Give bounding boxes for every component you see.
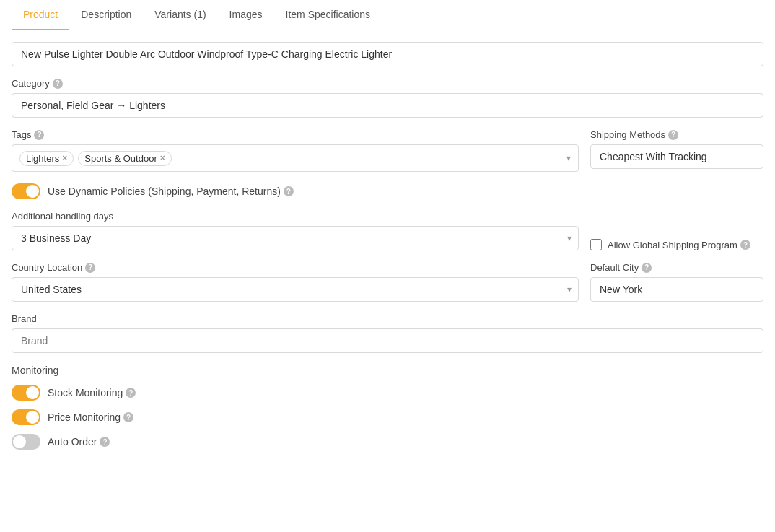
dynamic-policies-help-icon[interactable]: ?: [284, 186, 294, 196]
global-shipping-checkbox-row: Allow Global Shipping Program ?: [590, 236, 763, 250]
country-location-group: Country Location ? United States Canada …: [12, 262, 579, 302]
location-row: Country Location ? United States Canada …: [12, 262, 763, 313]
tag-lighters-remove[interactable]: ×: [62, 153, 67, 163]
auto-order-label: Auto Order ?: [48, 436, 110, 448]
tags-shipping-row: Tags ? Lighters × Sports & Outdoor × ▾ S…: [12, 129, 763, 183]
default-city-group: Default City ?: [590, 262, 763, 302]
price-monitoring-row: Price Monitoring ?: [12, 409, 763, 425]
brand-input[interactable]: [12, 328, 763, 353]
category-help-icon[interactable]: ?: [53, 79, 63, 89]
price-monitoring-label: Price Monitoring ?: [48, 411, 133, 423]
dynamic-policies-toggle[interactable]: [12, 183, 40, 199]
country-location-help-icon[interactable]: ?: [85, 263, 95, 273]
tags-chevron-icon: ▾: [566, 153, 571, 163]
auto-order-help-icon[interactable]: ?: [100, 437, 110, 447]
country-location-select[interactable]: United States Canada United Kingdom: [12, 277, 579, 302]
tab-description[interactable]: Description: [69, 0, 143, 30]
monitoring-title: Monitoring: [12, 365, 763, 376]
tabs-bar: Product Description Variants (1) Images …: [0, 0, 775, 30]
global-shipping-checkbox[interactable]: [590, 239, 602, 250]
shipping-methods-group: Shipping Methods ?: [590, 129, 763, 172]
tags-label: Tags ?: [12, 129, 579, 140]
category-label: Category ?: [12, 78, 763, 89]
brand-group: Brand: [12, 313, 763, 353]
auto-order-toggle[interactable]: [12, 434, 40, 450]
handling-days-label: Additional handling days: [12, 211, 579, 222]
handling-days-select[interactable]: 1 Business Day 2 Business Day 3 Business…: [12, 226, 579, 250]
tags-help-icon[interactable]: ?: [34, 130, 44, 140]
default-city-label: Default City ?: [590, 262, 763, 273]
shipping-methods-help-icon[interactable]: ?: [668, 130, 678, 140]
stock-monitoring-toggle[interactable]: [12, 385, 40, 401]
tab-item-specifications[interactable]: Item Specifications: [274, 0, 382, 30]
shipping-methods-input[interactable]: [590, 144, 763, 169]
country-location-select-wrapper: United States Canada United Kingdom ▾: [12, 277, 579, 302]
handling-row: Additional handling days 1 Business Day …: [12, 211, 763, 262]
tag-sports-outdoor: Sports & Outdoor ×: [78, 151, 171, 166]
tag-lighters: Lighters ×: [19, 151, 74, 166]
price-monitoring-toggle[interactable]: [12, 409, 40, 425]
default-city-input[interactable]: [590, 277, 763, 302]
handling-days-select-wrapper: 1 Business Day 2 Business Day 3 Business…: [12, 226, 579, 250]
stock-monitoring-slider: [12, 385, 40, 401]
auto-order-slider: [12, 434, 40, 450]
handling-days-group: Additional handling days 1 Business Day …: [12, 211, 579, 250]
product-title-input[interactable]: [12, 42, 763, 66]
tags-group: Tags ? Lighters × Sports & Outdoor × ▾: [12, 129, 579, 172]
shipping-methods-label: Shipping Methods ?: [590, 129, 763, 140]
tab-variants[interactable]: Variants (1): [143, 0, 217, 30]
monitoring-section: Monitoring Stock Monitoring ? Price Moni…: [12, 365, 763, 450]
tab-product[interactable]: Product: [12, 0, 69, 30]
category-input[interactable]: [12, 93, 763, 118]
stock-monitoring-label: Stock Monitoring ?: [48, 387, 136, 398]
tab-images[interactable]: Images: [218, 0, 274, 30]
brand-label: Brand: [12, 313, 763, 324]
price-monitoring-help-icon[interactable]: ?: [123, 412, 133, 422]
global-shipping-help-icon[interactable]: ?: [740, 240, 750, 250]
tags-input[interactable]: Lighters × Sports & Outdoor × ▾: [12, 144, 579, 172]
stock-monitoring-row: Stock Monitoring ?: [12, 385, 763, 401]
stock-monitoring-help-icon[interactable]: ?: [126, 388, 136, 398]
auto-order-row: Auto Order ?: [12, 434, 763, 450]
global-shipping-label: Allow Global Shipping Program ?: [608, 240, 750, 250]
main-content: Category ? Tags ? Lighters × Sports & Ou…: [0, 30, 775, 470]
dynamic-policies-slider: [12, 183, 40, 199]
price-monitoring-slider: [12, 409, 40, 425]
global-shipping-group: Allow Global Shipping Program ?: [590, 219, 763, 250]
dynamic-policies-label: Use Dynamic Policies (Shipping, Payment,…: [48, 186, 294, 197]
tag-sports-outdoor-remove[interactable]: ×: [160, 153, 165, 163]
product-title-group: [12, 42, 763, 66]
category-group: Category ?: [12, 78, 763, 118]
dynamic-policies-row: Use Dynamic Policies (Shipping, Payment,…: [12, 183, 763, 199]
country-location-label: Country Location ?: [12, 262, 579, 273]
default-city-help-icon[interactable]: ?: [642, 263, 652, 273]
